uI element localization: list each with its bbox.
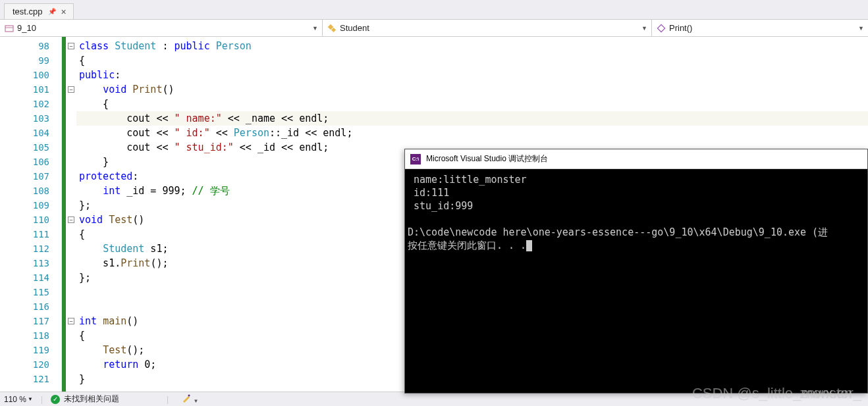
file-tab[interactable]: test.cpp 📌 × bbox=[4, 3, 74, 19]
line-number: 109 bbox=[0, 198, 61, 213]
console-output: name:little_monster id:111 stu_id:999 D:… bbox=[405, 169, 867, 393]
chevron-down-icon: ▼ bbox=[28, 396, 33, 402]
code-line[interactable]: cout << " name:" << _name << endl; bbox=[76, 111, 868, 126]
fold-toggle[interactable]: − bbox=[68, 318, 74, 324]
chevron-down-icon: ▼ bbox=[312, 25, 318, 32]
line-number: 116 bbox=[0, 299, 61, 314]
svg-point-5 bbox=[188, 395, 190, 397]
method-icon bbox=[656, 23, 666, 34]
pin-icon[interactable]: 📌 bbox=[48, 8, 56, 15]
svg-rect-0 bbox=[5, 26, 13, 32]
fold-toggle[interactable]: − bbox=[68, 43, 74, 49]
line-number: 121 bbox=[0, 372, 61, 386]
vs-icon: C:\ bbox=[410, 154, 421, 165]
line-number: 102 bbox=[0, 97, 61, 111]
scope-text: 9_10 bbox=[17, 23, 310, 33]
member-dropdown[interactable]: Print() ▼ bbox=[652, 20, 868, 36]
line-number-gutter: 9899100101102103104105106107108109110111… bbox=[0, 37, 62, 392]
line-number: 98 bbox=[0, 39, 61, 53]
brush-icon[interactable]: ▼ bbox=[182, 393, 198, 405]
line-number: 101 bbox=[0, 82, 61, 97]
line-number: 118 bbox=[0, 328, 61, 343]
issues-text: 未找到相关问题 bbox=[64, 393, 119, 405]
line-number: 120 bbox=[0, 357, 61, 372]
line-number: 106 bbox=[0, 155, 61, 169]
line-number: 112 bbox=[0, 241, 61, 256]
code-line[interactable]: public: bbox=[76, 68, 868, 82]
zoom-control[interactable]: 110 % ▼ bbox=[4, 395, 33, 404]
console-title-text: Microsoft Visual Studio 调试控制台 bbox=[426, 153, 548, 165]
line-number: 100 bbox=[0, 68, 61, 82]
line-number: 105 bbox=[0, 140, 61, 155]
code-line[interactable]: cout << " id:" << Person::_id << endl; bbox=[76, 126, 868, 140]
line-number: 115 bbox=[0, 285, 61, 299]
line-number: 114 bbox=[0, 270, 61, 285]
class-dropdown[interactable]: Student ▼ bbox=[323, 20, 652, 36]
line-number: 104 bbox=[0, 126, 61, 140]
line-number: 119 bbox=[0, 343, 61, 357]
line-number: 113 bbox=[0, 256, 61, 270]
code-line[interactable]: { bbox=[76, 97, 868, 111]
fold-toggle[interactable]: − bbox=[68, 86, 74, 93]
scope-dropdown[interactable]: 9_10 ▼ bbox=[0, 20, 323, 36]
line-number: 108 bbox=[0, 184, 61, 198]
fold-toggle[interactable]: − bbox=[68, 216, 74, 223]
line-number: 111 bbox=[0, 227, 61, 241]
code-line[interactable]: class Student : public Person bbox=[76, 39, 868, 53]
member-text: Print() bbox=[669, 23, 855, 33]
line-number: 117 bbox=[0, 314, 61, 328]
class-text: Student bbox=[340, 23, 639, 33]
debug-console-window[interactable]: C:\ Microsoft Visual Studio 调试控制台 name:l… bbox=[404, 149, 868, 393]
class-icon bbox=[327, 23, 337, 34]
project-icon bbox=[4, 23, 14, 34]
code-line[interactable]: void Print() bbox=[76, 82, 868, 97]
status-bar: 110 % ▼ | ✓ 未找到相关问题 | ▼ bbox=[0, 392, 868, 406]
chevron-down-icon: ▼ bbox=[858, 25, 864, 32]
zoom-value: 110 % bbox=[4, 395, 26, 404]
line-number: 99 bbox=[0, 53, 61, 68]
tab-bar: test.cpp 📌 × bbox=[0, 0, 868, 20]
navigation-bar: 9_10 ▼ Student ▼ Print() ▼ bbox=[0, 20, 868, 37]
close-icon[interactable]: × bbox=[61, 7, 67, 16]
chevron-down-icon: ▼ bbox=[641, 25, 647, 32]
issues-status[interactable]: ✓ 未找到相关问题 bbox=[51, 393, 119, 405]
svg-rect-4 bbox=[657, 24, 665, 32]
console-titlebar[interactable]: C:\ Microsoft Visual Studio 调试控制台 bbox=[405, 149, 867, 169]
line-number: 107 bbox=[0, 169, 61, 184]
check-icon: ✓ bbox=[51, 395, 60, 404]
line-number: 103 bbox=[0, 111, 61, 126]
tab-filename: test.cpp bbox=[13, 7, 43, 16]
line-number: 110 bbox=[0, 213, 61, 227]
code-line[interactable]: { bbox=[76, 53, 868, 68]
fold-gutter: −−−− bbox=[66, 37, 76, 392]
